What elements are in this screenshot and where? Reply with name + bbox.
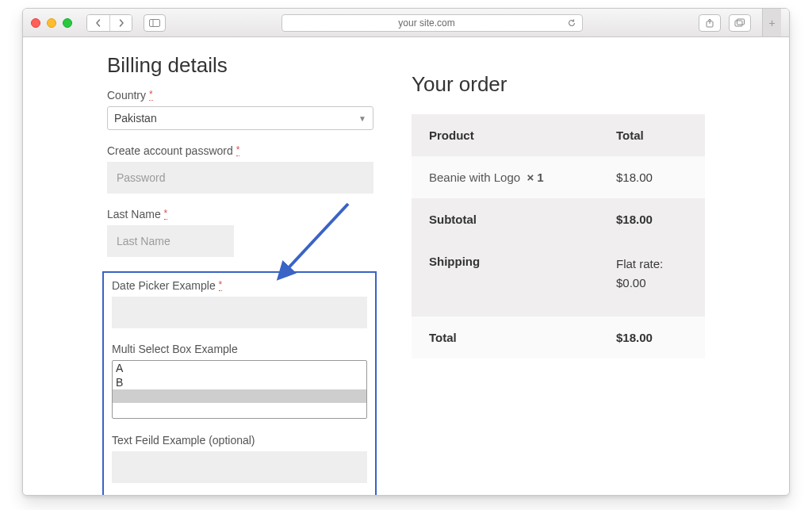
custom-fields-highlight: Date Picker Example * Multi Select Box E… bbox=[102, 271, 377, 496]
password-label: Create account password * bbox=[107, 144, 373, 157]
window-controls bbox=[31, 18, 72, 28]
multiselect-field: Multi Select Box Example A B bbox=[112, 343, 367, 420]
browser-window: your site.com + Billing details bbox=[22, 8, 790, 496]
country-value: Pakistan bbox=[114, 112, 157, 125]
total-label: Total bbox=[429, 331, 616, 344]
lastname-field: Last Name * bbox=[107, 208, 373, 257]
share-button[interactable] bbox=[699, 14, 721, 32]
back-button[interactable] bbox=[87, 15, 109, 31]
url-text: your site.com bbox=[287, 17, 566, 29]
order-shipping-row: Shipping Flat rate: $0.00 bbox=[412, 240, 705, 316]
country-field: Country * Pakistan ▼ bbox=[107, 89, 373, 130]
titlebar: your site.com + bbox=[23, 9, 789, 37]
textfield-label: Text Feild Example (optional) bbox=[112, 434, 367, 447]
shipping-value: Flat rate: $0.00 bbox=[616, 255, 688, 293]
country-select[interactable]: Pakistan ▼ bbox=[107, 106, 373, 130]
lastname-label: Last Name * bbox=[107, 208, 373, 220]
billing-column: Billing details Country * Pakistan ▼ Cre… bbox=[107, 53, 373, 476]
order-item-qty: × 1 bbox=[527, 171, 543, 184]
order-item-total: $18.00 bbox=[616, 171, 688, 184]
new-tab-button[interactable]: + bbox=[762, 9, 781, 36]
svg-rect-4 bbox=[737, 19, 745, 25]
multiselect-label: Multi Select Box Example bbox=[112, 343, 367, 355]
page-content: Billing details Country * Pakistan ▼ Cre… bbox=[23, 37, 789, 495]
maximize-window-button[interactable] bbox=[63, 18, 72, 28]
date-picker-label: Date Picker Example * bbox=[112, 279, 367, 292]
svg-rect-0 bbox=[150, 19, 160, 26]
multiselect-option-a[interactable]: A bbox=[113, 361, 366, 375]
order-item-row: Beanie with Logo × 1 $18.00 bbox=[412, 156, 705, 198]
password-input[interactable] bbox=[107, 162, 373, 194]
date-picker-field: Date Picker Example * bbox=[112, 279, 367, 328]
billing-title: Billing details bbox=[107, 53, 373, 78]
svg-rect-3 bbox=[735, 21, 742, 26]
order-header-row: Product Total bbox=[412, 114, 705, 156]
order-total-row: Total $18.00 bbox=[412, 316, 705, 359]
lastname-input[interactable] bbox=[107, 225, 234, 257]
textfield-field: Text Feild Example (optional) bbox=[112, 434, 367, 483]
subtotal-label: Subtotal bbox=[429, 213, 616, 226]
order-column: Your order Product Total Beanie with Log… bbox=[412, 53, 705, 476]
col-product-header: Product bbox=[429, 128, 616, 142]
forward-button[interactable] bbox=[109, 15, 132, 31]
multiselect-input[interactable]: A B bbox=[112, 360, 367, 419]
close-window-button[interactable] bbox=[31, 18, 40, 28]
nav-back-forward bbox=[86, 14, 132, 32]
address-bar[interactable]: your site.com bbox=[282, 14, 583, 32]
password-field: Create account password * bbox=[107, 144, 373, 194]
sidebar-toggle-button[interactable] bbox=[144, 14, 166, 32]
total-value: $18.00 bbox=[616, 331, 688, 344]
chevron-down-icon: ▼ bbox=[358, 114, 366, 123]
order-table: Product Total Beanie with Logo × 1 $18.0… bbox=[412, 114, 705, 359]
tabs-button[interactable] bbox=[729, 14, 751, 32]
reload-icon[interactable] bbox=[566, 17, 577, 29]
multiselect-option-blank[interactable] bbox=[113, 389, 366, 403]
order-subtotal-row: Subtotal $18.00 bbox=[412, 198, 705, 240]
minimize-window-button[interactable] bbox=[47, 18, 56, 28]
multiselect-option-b[interactable]: B bbox=[113, 375, 366, 389]
country-label: Country * bbox=[107, 89, 373, 102]
shipping-label: Shipping bbox=[429, 255, 616, 293]
order-item-name: Beanie with Logo × 1 bbox=[429, 171, 616, 184]
order-title: Your order bbox=[412, 72, 705, 97]
subtotal-value: $18.00 bbox=[616, 213, 688, 226]
date-picker-input[interactable] bbox=[112, 297, 367, 328]
col-total-header: Total bbox=[616, 128, 688, 142]
textfield-input[interactable] bbox=[112, 451, 367, 483]
